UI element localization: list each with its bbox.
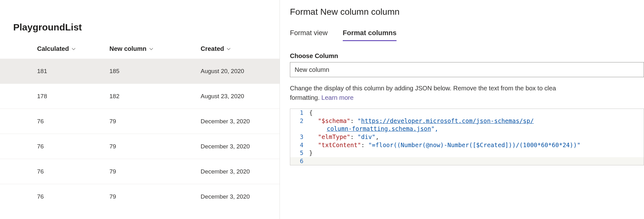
tab-format-columns[interactable]: Format columns [343, 26, 397, 41]
panel-title: Format New column column [290, 7, 644, 26]
description-line1: Change the display of this column by add… [290, 85, 556, 92]
cell-calculated: 178 [0, 93, 109, 100]
table-row[interactable]: 181 185 August 20, 2020 [0, 59, 280, 84]
cell-calculated: 76 [0, 168, 109, 175]
line-number: 6 [290, 157, 309, 165]
line-number: 3 [290, 133, 309, 141]
choose-column-select[interactable]: New column [290, 62, 644, 77]
cell-created: December 3, 2020 [201, 143, 280, 150]
column-header-calculated[interactable]: Calculated [0, 45, 109, 52]
description-line2: formatting. [290, 94, 321, 101]
json-editor[interactable]: 1 { 2 "$schema": "https://developer.micr… [290, 109, 644, 165]
code-line: } [309, 149, 315, 157]
column-header-label: New column [109, 45, 147, 52]
table-row[interactable]: 76 79 December 3, 2020 [0, 109, 280, 134]
cell-calculated: 76 [0, 143, 109, 150]
table-row[interactable]: 178 182 August 23, 2020 [0, 84, 280, 109]
cell-new-column: 182 [109, 93, 201, 100]
cell-calculated: 76 [0, 193, 109, 200]
cell-created: August 20, 2020 [201, 68, 280, 75]
code-line: "$schema": "https://developer.microsoft.… [309, 117, 536, 125]
column-header-created[interactable]: Created [201, 45, 279, 52]
cell-created: December 3, 2020 [201, 193, 280, 200]
line-number: 5 [290, 149, 309, 157]
line-number [290, 125, 309, 133]
cell-new-column: 79 [109, 143, 201, 150]
tab-format-view[interactable]: Format view [290, 26, 328, 41]
cell-created: August 23, 2020 [201, 93, 280, 100]
cell-new-column: 79 [109, 118, 201, 125]
line-number: 2 [290, 117, 309, 125]
cell-new-column: 79 [109, 193, 201, 200]
choose-column-value: New column [295, 66, 329, 73]
chevron-down-icon [149, 47, 153, 51]
cell-calculated: 76 [0, 118, 109, 125]
cell-calculated: 181 [0, 68, 109, 75]
list-title: PlaygroundList [0, 13, 280, 45]
column-header-label: Calculated [37, 45, 69, 52]
table-row[interactable]: 76 79 December 3, 2020 [0, 184, 280, 209]
code-line: column-formatting.schema.json", [309, 125, 441, 133]
cell-new-column: 185 [109, 68, 201, 75]
code-line [309, 157, 312, 165]
tabs: Format view Format columns [290, 26, 644, 41]
column-header-label: Created [201, 45, 224, 52]
code-line: { [309, 109, 315, 117]
code-line: "elmType": "div", [309, 133, 382, 141]
column-header-new-column[interactable]: New column [109, 45, 201, 52]
chevron-down-icon [71, 47, 76, 51]
list-table: Calculated New column Created 181 185 [0, 45, 280, 209]
chevron-down-icon [226, 47, 231, 51]
cell-new-column: 79 [109, 168, 201, 175]
table-row[interactable]: 76 79 December 3, 2020 [0, 159, 280, 184]
line-number: 1 [290, 109, 309, 117]
line-number: 4 [290, 141, 309, 149]
cell-created: December 3, 2020 [201, 168, 280, 175]
column-header-row: Calculated New column Created [0, 45, 280, 59]
learn-more-link[interactable]: Learn more [321, 94, 353, 101]
description-text: Change the display of this column by add… [290, 83, 644, 102]
choose-column-label: Choose Column [290, 52, 644, 60]
list-pane: PlaygroundList Calculated New column Cre… [0, 0, 280, 219]
table-row[interactable]: 76 79 December 3, 2020 [0, 134, 280, 159]
cell-created: December 3, 2020 [201, 118, 280, 125]
code-line: "txtContent": "=floor((Number(@now)-Numb… [309, 141, 583, 149]
format-panel: Format New column column Format view For… [280, 0, 644, 219]
